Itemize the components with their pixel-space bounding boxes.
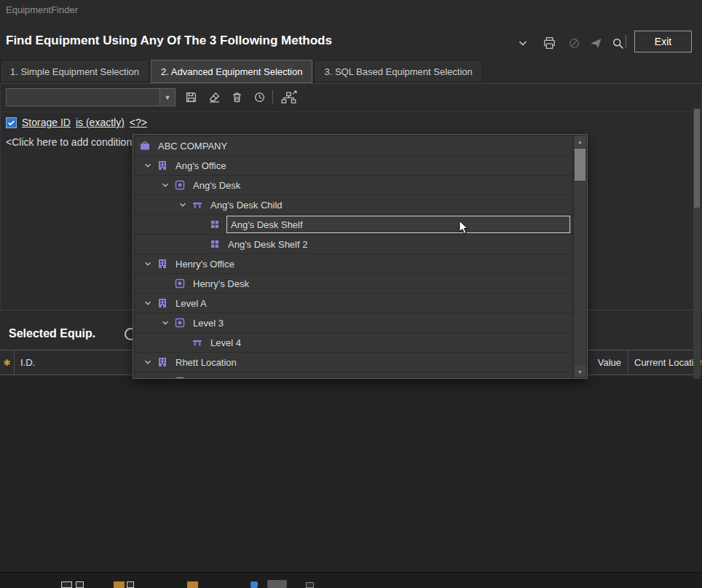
tree-item-label (192, 372, 572, 378)
tab-advanced-equipment-selection[interactable]: 2. Advanced Equipment Selection (151, 60, 312, 83)
grid-icon (209, 238, 221, 250)
toolbar-divider (1, 111, 701, 112)
popup-vertical-scrollbar[interactable]: ▲ ▼ (574, 136, 586, 377)
send-icon[interactable] (587, 35, 604, 51)
history-icon[interactable] (249, 88, 269, 106)
delete-icon[interactable] (226, 88, 247, 106)
bottom-control-fragment[interactable] (306, 582, 314, 588)
location-tree: ABC COMPANYAng's OfficeAng's DeskAng's D… (135, 136, 572, 378)
scrollbar-thumb[interactable] (694, 109, 700, 208)
panel-vertical-scrollbar[interactable] (693, 108, 701, 379)
condition-checkbox[interactable] (6, 117, 17, 128)
tree-item[interactable]: Rhett Location (135, 353, 572, 372)
tree-item[interactable]: Ang's Desk Child (135, 195, 572, 214)
tree-item-label: Level 3 (192, 313, 572, 332)
tree-item[interactable]: Level 3 (135, 313, 572, 332)
chevron-down-icon[interactable] (157, 318, 174, 328)
combo-dropdown-arrow-icon[interactable]: ▼ (159, 89, 175, 106)
tab-simple-equipment-selection[interactable]: 1. Simple Equipment Selection (0, 60, 149, 83)
office-icon (157, 297, 168, 309)
tree-item-label: Henry's Office (174, 254, 572, 273)
saved-filter-combobox[interactable]: ▼ (6, 88, 176, 106)
erase-icon[interactable] (204, 88, 224, 106)
tree-item-label: Ang's Office (174, 156, 572, 175)
bottom-control-fragment[interactable] (187, 581, 198, 588)
office-icon (157, 356, 168, 368)
shelf-icon (192, 199, 203, 211)
bottom-control-fragment[interactable] (61, 581, 72, 588)
bottom-control-fragment[interactable] (114, 581, 125, 588)
edit-tree-icon[interactable] (277, 88, 301, 106)
location-tree-popup: ABC COMPANYAng's OfficeAng's DeskAng's D… (133, 134, 588, 379)
tree-item-label: Henry's Desk (192, 274, 572, 293)
scroll-down-icon[interactable]: ▼ (574, 366, 586, 377)
chevron-down-icon[interactable] (139, 259, 157, 269)
condition-value-link[interactable]: <?> (130, 117, 147, 128)
desk-icon (174, 376, 186, 378)
tree-item[interactable]: Ang's Office (135, 156, 572, 175)
page-title: Find Equipment Using Any Of The 3 Follow… (6, 34, 332, 48)
tree-item-label: Ang's Desk Child (209, 195, 572, 214)
company-icon (139, 140, 151, 152)
bottom-control-fragment[interactable] (251, 581, 258, 588)
tab-sql-equipment-selection[interactable]: 3. SQL Based Equipment Selection (314, 60, 482, 83)
bottom-bar (0, 572, 702, 588)
tree-item[interactable] (135, 372, 572, 378)
chevron-down-icon[interactable] (157, 180, 174, 190)
tree-item[interactable]: Henry's Desk (135, 274, 572, 293)
tree-item[interactable]: Level 4 (135, 333, 572, 352)
exit-button[interactable]: Exit (634, 31, 692, 52)
tree-item-label: ABC COMPANY (157, 136, 572, 155)
tree-item[interactable]: Ang's Desk (135, 176, 572, 195)
office-icon (157, 258, 168, 270)
tree-item[interactable]: Ang's Desk Shelf 2 (135, 235, 572, 254)
header-separator (626, 35, 626, 48)
tree-item[interactable]: Henry's Office (135, 254, 572, 273)
tree-item-label: Ang's Desk (192, 176, 572, 195)
condition-row: Storage ID is (exactly) <?> (6, 117, 147, 128)
required-star-icon: ✱ (0, 350, 15, 375)
print-icon[interactable] (540, 35, 558, 51)
desk-icon (174, 317, 186, 329)
tree-item[interactable]: Level A (135, 294, 572, 313)
bottom-control-fragment[interactable] (127, 581, 134, 588)
search-icon[interactable] (609, 35, 626, 51)
chevron-down-icon[interactable] (174, 200, 192, 210)
condition-field-link[interactable]: Storage ID (22, 117, 71, 128)
tree-item-label: Ang's Desk Shelf 2 (226, 235, 572, 254)
chevron-down-icon[interactable] (139, 357, 157, 367)
column-header-current-location[interactable]: Current Location (628, 350, 702, 375)
bottom-control-fragment[interactable] (267, 580, 287, 588)
window-title: EquipmentFinder (6, 4, 78, 15)
tree-item[interactable]: Ang's Desk Shelf (135, 215, 572, 234)
dropdown-chevron-icon[interactable] (514, 35, 532, 51)
tab-strip: 1. Simple Equipment Selection 2. Advance… (0, 60, 484, 83)
scrollbar-thumb[interactable] (575, 149, 585, 181)
results-table-body (0, 375, 702, 572)
office-icon (157, 160, 168, 171)
toolbar-separator (272, 90, 273, 104)
chevron-down-icon[interactable] (139, 298, 157, 308)
desk-icon (174, 179, 186, 191)
tree-item-label: Ang's Desk Shelf (226, 216, 570, 233)
equipment-finder-window: EquipmentFinder Find Equipment Using Any… (0, 0, 702, 588)
bottom-control-fragment[interactable] (76, 581, 84, 588)
tree-item-label: Level 4 (209, 333, 572, 352)
tree-item-label: Level A (174, 294, 572, 313)
tree-item[interactable]: ABC COMPANY (135, 136, 572, 155)
save-icon[interactable] (181, 88, 201, 106)
desk-icon (174, 278, 186, 289)
selected-equip-title: Selected Equip. (9, 327, 95, 340)
scroll-up-icon[interactable]: ▲ (574, 136, 586, 147)
grid-icon (209, 219, 221, 230)
add-condition-link[interactable]: <Click here to add condition> (6, 136, 138, 148)
tree-item-label: Rhett Location (174, 353, 572, 372)
condition-operator-link[interactable]: is (exactly) (76, 117, 125, 128)
chevron-down-icon[interactable] (139, 160, 157, 170)
shelf-icon (192, 337, 203, 348)
sync-disabled-icon (565, 35, 583, 51)
